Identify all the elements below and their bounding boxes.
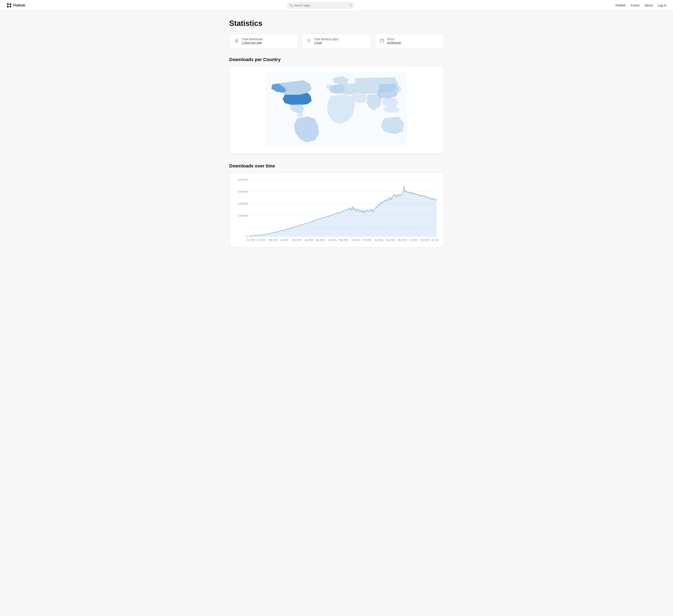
svg-text:4,000,000: 4,000,000 bbox=[238, 203, 248, 205]
stats-cards: Total downloads 2,004,922,946 Total desk… bbox=[229, 33, 444, 49]
svg-rect-0 bbox=[7, 3, 9, 5]
nav-about[interactable]: About bbox=[645, 4, 653, 7]
stat-card-apps-text: Total desktop apps 2,635 bbox=[314, 37, 339, 45]
nav-publish[interactable]: Publish bbox=[616, 4, 626, 7]
svg-point-3 bbox=[10, 6, 11, 7]
svg-text:Nov 2019: Nov 2019 bbox=[292, 239, 301, 241]
svg-text:Dec 2023: Dec 2023 bbox=[421, 239, 430, 241]
svg-point-10 bbox=[307, 40, 308, 41]
svg-text:Mar 2023: Mar 2023 bbox=[398, 239, 407, 241]
svg-point-9 bbox=[307, 39, 308, 40]
svg-text:Sep 2021: Sep 2021 bbox=[352, 239, 361, 241]
svg-text:Jul 2023: Jul 2023 bbox=[410, 239, 418, 241]
svg-text:0: 0 bbox=[246, 235, 248, 238]
stat-since-label: Since bbox=[387, 37, 401, 41]
stat-card-downloads: Total downloads 2,004,922,946 bbox=[229, 33, 298, 49]
svg-text:2,000,000: 2,000,000 bbox=[238, 215, 248, 217]
stat-card-downloads-text: Total downloads 2,004,922,946 bbox=[242, 37, 263, 45]
svg-text:Oct 2018: Oct 2018 bbox=[257, 239, 265, 241]
svg-text:6,000,000: 6,000,000 bbox=[238, 191, 248, 193]
stat-since-value: 4/29/2018 bbox=[387, 41, 401, 45]
svg-text:Jul 2019: Jul 2019 bbox=[281, 239, 288, 241]
stat-apps-value: 2,635 bbox=[314, 41, 339, 45]
svg-rect-1 bbox=[10, 3, 11, 5]
svg-text:Jun 2022: Jun 2022 bbox=[375, 239, 383, 241]
svg-text:Apr 2020: Apr 2020 bbox=[305, 239, 313, 241]
downloads-chart-svg: 8,000,000 6,000,000 4,000,000 2,000,000 … bbox=[234, 178, 439, 244]
page-title: Statistics bbox=[229, 19, 444, 28]
stat-card-since-text: Since 4/29/2018 bbox=[387, 37, 401, 45]
svg-rect-2 bbox=[7, 6, 9, 7]
svg-text:8,000,000: 8,000,000 bbox=[238, 179, 248, 181]
chart-container: 8,000,000 6,000,000 4,000,000 2,000,000 … bbox=[229, 173, 444, 247]
svg-text:Nov 2022: Nov 2022 bbox=[386, 239, 395, 241]
search-input[interactable] bbox=[287, 2, 354, 8]
svg-text:Mar 2019: Mar 2019 bbox=[269, 239, 278, 241]
search-shortcut: / bbox=[349, 4, 352, 7]
stat-apps-label: Total desktop apps bbox=[314, 37, 339, 41]
cloud-download-icon bbox=[234, 38, 239, 44]
navbar: Flathub 🔍 / Publish Forum About Log In bbox=[0, 0, 673, 11]
nav-login[interactable]: Log In bbox=[658, 4, 666, 7]
svg-text:Aug 2020: Aug 2020 bbox=[316, 239, 325, 241]
logo-text: Flathub bbox=[13, 4, 25, 7]
list-icon bbox=[307, 38, 311, 44]
svg-marker-29 bbox=[249, 186, 437, 237]
section-title-country: Downloads per Country bbox=[229, 57, 444, 62]
svg-text:May 2021: May 2021 bbox=[339, 239, 348, 241]
svg-text:Jun 2018: Jun 2018 bbox=[247, 239, 255, 241]
stat-downloads-label: Total downloads bbox=[242, 37, 263, 41]
world-map-svg bbox=[266, 72, 407, 146]
nav-forum[interactable]: Forum bbox=[631, 4, 640, 7]
main-content: Statistics Total downloads 2,004,922,946 bbox=[223, 11, 450, 266]
stat-card-apps: Total desktop apps 2,635 bbox=[302, 33, 371, 49]
svg-text:Jan 2021: Jan 2021 bbox=[328, 239, 337, 241]
stat-downloads-value: 2,004,922,946 bbox=[242, 41, 263, 45]
chart-area: 8,000,000 6,000,000 4,000,000 2,000,000 … bbox=[234, 178, 439, 244]
logo-link[interactable]: Flathub bbox=[7, 3, 25, 8]
map-container bbox=[229, 66, 444, 153]
navbar-links: Publish Forum About Log In bbox=[616, 4, 666, 7]
calendar-icon bbox=[380, 38, 384, 44]
svg-point-11 bbox=[307, 41, 308, 42]
flathub-logo-icon bbox=[7, 3, 12, 8]
world-map bbox=[266, 72, 407, 147]
search-icon: 🔍 bbox=[289, 4, 292, 7]
stat-card-since: Since 4/29/2018 bbox=[375, 33, 444, 49]
section-title-time: Downloads over time bbox=[229, 163, 444, 169]
search-bar: 🔍 / bbox=[287, 2, 354, 8]
svg-text:Jun 2024: Jun 2024 bbox=[431, 239, 439, 241]
svg-text:Feb 2022: Feb 2022 bbox=[363, 239, 372, 241]
svg-rect-12 bbox=[381, 39, 384, 42]
